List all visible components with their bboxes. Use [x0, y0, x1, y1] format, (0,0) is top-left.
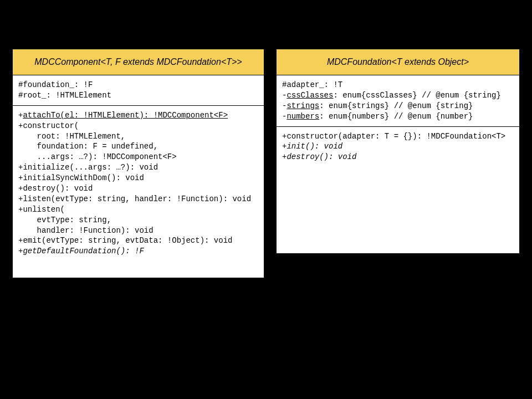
method-line: +attachTo(el: !HTMLElement): !MDCCompone…: [18, 111, 228, 120]
method-line: +listen(evtType: string, handler: !Funct…: [18, 195, 251, 203]
class-title: MDCComponent<T, F extends MDCFoundation<…: [13, 49, 264, 75]
method-line: ...args: …?): !MDCComponent<F>: [18, 152, 177, 161]
attr-line: -cssClasses: enum{cssClasses} // @enum {…: [282, 91, 501, 100]
class-attributes: #adapter_: !T -cssClasses: enum{cssClass…: [277, 75, 519, 127]
class-title: MDCFoundation<T extends Object>: [277, 49, 519, 75]
method-line: +emit(evtType: string, evtData: !Object)…: [18, 236, 232, 245]
attr-line: #foundation_: !F: [18, 80, 93, 89]
attr-line: #adapter_: !T: [282, 80, 342, 89]
method-line: handler: !Function): void: [18, 226, 154, 235]
uml-class-mdcfoundation: MDCFoundation<T extends Object> #adapter…: [276, 49, 520, 254]
method-line: +getDefaultFoundation(): !F: [18, 247, 144, 255]
attr-line: -numbers: enum{numbers} // @enum {number…: [282, 112, 473, 121]
method-line: +initialSyncWithDom(): void: [18, 173, 144, 182]
method-line: evtType: string,: [18, 216, 111, 224]
method-line: +destroy(): void: [18, 184, 93, 193]
method-line: +unlisten(: [18, 205, 65, 214]
attr-line: -strings: enum{strings} // @enum {string…: [282, 101, 473, 110]
method-line: +constructor(adapter: T = {}): !MDCFound…: [282, 132, 505, 141]
method-line: +initialize(...args: …?): void: [18, 163, 158, 172]
method-line: +destroy(): void: [282, 152, 356, 161]
method-line: foundation: F = undefined,: [18, 142, 158, 151]
method-line: +constructor(: [18, 121, 79, 130]
class-methods: +attachTo(el: !HTMLElement): !MDCCompone…: [13, 106, 264, 278]
attr-line: #root_: !HTMLElement: [18, 91, 111, 100]
class-methods: +constructor(adapter: T = {}): !MDCFound…: [277, 127, 519, 253]
method-line: root: !HTMLElement,: [18, 132, 125, 141]
class-attributes: #foundation_: !F #root_: !HTMLElement: [13, 75, 264, 106]
method-line: +init(): void: [282, 142, 342, 151]
uml-class-mdccomponent: MDCComponent<T, F extends MDCFoundation<…: [12, 49, 264, 278]
